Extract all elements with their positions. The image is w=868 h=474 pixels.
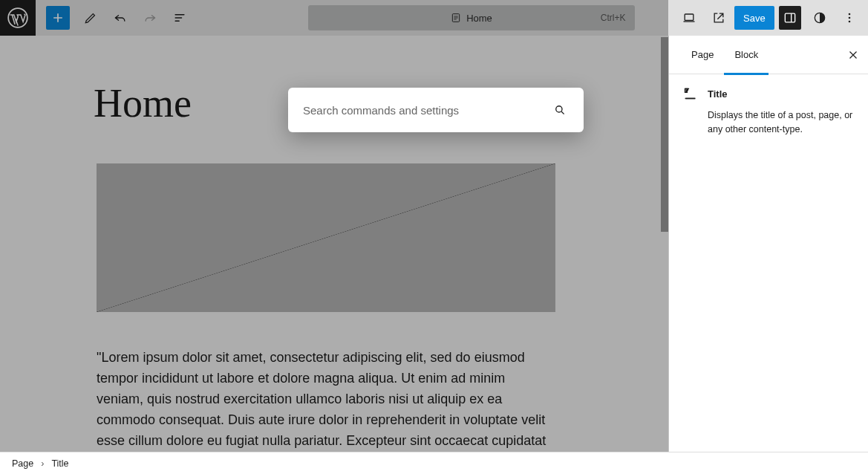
modal-backdrop[interactable] [0, 0, 668, 474]
breadcrumb-root[interactable]: Page [12, 458, 33, 469]
block-description: Displays the title of a post, page, or a… [708, 108, 856, 137]
close-sidebar-button[interactable] [844, 46, 862, 64]
title-block-icon [681, 85, 699, 103]
settings-sidebar: Page Block Title Displays the title of a… [668, 36, 868, 452]
svg-point-7 [849, 21, 851, 23]
search-icon [553, 103, 567, 117]
block-title: Title [708, 88, 728, 100]
command-palette [288, 88, 584, 132]
svg-rect-2 [685, 14, 694, 20]
close-icon [846, 48, 860, 62]
save-button[interactable]: Save [734, 6, 774, 30]
toolbar-right: Save [675, 3, 868, 33]
command-palette-input[interactable] [303, 104, 551, 117]
options-button[interactable] [835, 3, 864, 33]
laptop-icon [682, 10, 696, 25]
svg-point-5 [849, 13, 851, 16]
breadcrumb-bar: Page › Title [0, 452, 868, 474]
styles-button[interactable] [806, 3, 834, 33]
external-link-icon [711, 10, 726, 25]
tab-page[interactable]: Page [681, 36, 724, 74]
svg-rect-3 [785, 13, 794, 22]
device-preview-button[interactable] [675, 3, 703, 33]
sidebar-icon [783, 10, 797, 25]
tab-block[interactable]: Block [724, 36, 769, 74]
block-header: Title [681, 85, 856, 103]
view-page-button[interactable] [705, 3, 733, 33]
svg-point-8 [556, 106, 562, 112]
settings-sidebar-toggle[interactable] [779, 6, 801, 30]
sidebar-tabs: Page Block [669, 36, 868, 74]
chevron-right-icon: › [41, 458, 44, 469]
breadcrumb-current[interactable]: Title [51, 458, 68, 469]
contrast-icon [812, 10, 827, 25]
svg-point-6 [849, 17, 851, 19]
more-vertical-icon [842, 10, 857, 25]
command-palette-search-button[interactable] [551, 101, 569, 119]
